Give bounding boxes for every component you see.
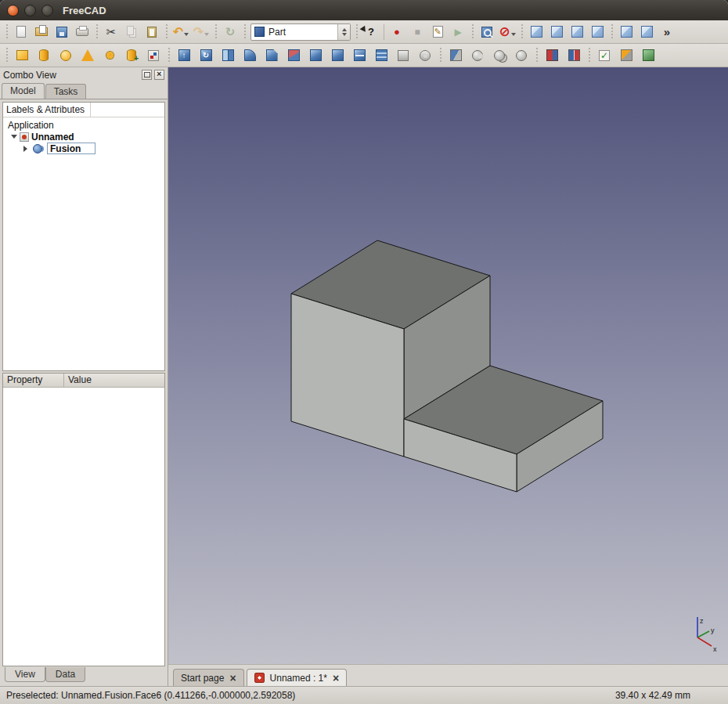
defeaturing-button[interactable] xyxy=(615,45,637,66)
refine-shape-button[interactable] xyxy=(637,45,659,66)
toolbar-grip[interactable] xyxy=(354,24,359,40)
tab-tasks[interactable]: Tasks xyxy=(45,84,87,99)
chamfer-button[interactable] xyxy=(261,45,283,66)
property-table-header: Property Value xyxy=(3,374,164,388)
dropdown-caret-icon[interactable] xyxy=(511,33,516,38)
tree-item-application[interactable]: Application xyxy=(3,119,164,131)
copy-button[interactable] xyxy=(121,23,142,42)
create-primitives-button[interactable] xyxy=(121,45,142,66)
workbench-selector[interactable]: Part xyxy=(250,23,351,41)
toolbar-grip[interactable] xyxy=(4,24,9,40)
tree-item-fusion[interactable]: Fusion xyxy=(3,143,164,154)
close-window-button[interactable] xyxy=(7,5,19,16)
panel-close-icon[interactable] xyxy=(154,70,164,80)
expand-arrow-icon[interactable] xyxy=(11,135,17,142)
toolbar-grip[interactable] xyxy=(164,24,169,40)
check-geometry-button[interactable]: ✓ xyxy=(593,45,615,66)
box-button[interactable] xyxy=(11,45,33,66)
workbench-spinner[interactable] xyxy=(337,24,350,40)
sphere-button[interactable] xyxy=(55,45,77,66)
toolbar-grip[interactable] xyxy=(438,48,443,63)
loft-button[interactable] xyxy=(305,45,326,66)
section-button[interactable] xyxy=(348,45,370,66)
mirror-icon xyxy=(222,49,234,61)
torus-button[interactable] xyxy=(99,45,121,66)
offset-button[interactable] xyxy=(392,45,414,66)
toolbar-grip[interactable] xyxy=(242,24,247,40)
sweep-button[interactable] xyxy=(326,45,348,66)
dropdown-caret-icon[interactable] xyxy=(184,33,189,38)
mirror-button[interactable] xyxy=(217,45,239,66)
toolbar-grip[interactable] xyxy=(534,48,539,63)
new-document-button[interactable] xyxy=(11,23,31,42)
macro-record-button[interactable]: ● xyxy=(387,23,407,42)
view-bottom-button[interactable] xyxy=(636,23,657,42)
tab-model[interactable]: Model xyxy=(2,83,45,99)
paste-button[interactable] xyxy=(142,23,162,42)
extrude-button[interactable] xyxy=(173,45,195,66)
tab-view[interactable]: View xyxy=(5,667,45,682)
toolbar-grip[interactable] xyxy=(94,24,99,40)
property-view-tabs: View Data xyxy=(2,667,166,684)
toolbar-grip[interactable] xyxy=(4,48,9,63)
maximize-window-button[interactable] xyxy=(41,5,53,16)
close-tab-icon[interactable] xyxy=(229,673,236,684)
redo-button[interactable]: ↷ xyxy=(191,23,211,42)
toolbar-grip[interactable] xyxy=(213,24,218,40)
refresh-button[interactable]: ↻ xyxy=(220,23,240,42)
macro-stop-button[interactable]: ■ xyxy=(407,23,427,42)
draw-style-button[interactable]: ⊘ xyxy=(497,23,517,42)
panel-float-icon[interactable] xyxy=(142,70,152,80)
macro-edit-button[interactable]: ✎ xyxy=(427,23,448,42)
toolbar-grip[interactable] xyxy=(166,48,171,63)
split-button[interactable] xyxy=(563,45,585,66)
ruled-surface-button[interactable] xyxy=(283,45,305,66)
close-tab-icon[interactable] xyxy=(333,673,339,684)
view-isometric-button[interactable] xyxy=(526,23,546,42)
thickness-button[interactable] xyxy=(414,45,436,66)
toolbar-overflow-button[interactable]: » xyxy=(657,23,677,42)
toolbar-grip[interactable] xyxy=(519,24,524,40)
zoom-selection-button[interactable] xyxy=(477,23,497,42)
save-document-button[interactable] xyxy=(52,23,72,42)
intersection-button[interactable] xyxy=(510,45,532,66)
property-column-header[interactable]: Property xyxy=(3,374,64,387)
tab-data[interactable]: Data xyxy=(45,667,85,682)
cone-button[interactable] xyxy=(77,45,99,66)
toolbar-grip[interactable] xyxy=(470,24,475,40)
minimize-window-button[interactable] xyxy=(24,5,36,16)
tree-item-unnamed[interactable]: Unnamed xyxy=(3,131,164,143)
dropdown-caret-icon[interactable] xyxy=(204,33,209,38)
document-tab-start-page[interactable]: Start page xyxy=(173,669,244,686)
union-button[interactable] xyxy=(488,45,510,66)
open-document-button[interactable] xyxy=(31,23,52,42)
view-rear-button[interactable] xyxy=(616,23,636,42)
collapse-arrow-icon[interactable] xyxy=(23,146,31,152)
toolbar-grip[interactable] xyxy=(586,48,592,63)
value-column-header[interactable]: Value xyxy=(64,374,164,387)
cut-button[interactable]: ✂ xyxy=(101,23,121,42)
3d-viewport[interactable]: zyx xyxy=(168,67,728,664)
revolve-button[interactable] xyxy=(195,45,217,66)
cylinder-button[interactable] xyxy=(33,45,55,66)
undo-button[interactable]: ↶ xyxy=(171,23,191,42)
boolean-button[interactable] xyxy=(445,45,467,66)
toolbar-grip[interactable] xyxy=(609,24,614,40)
join-connect-button[interactable] xyxy=(541,45,563,66)
combo-panel-body: Labels & Attributes Application Unnamed xyxy=(0,99,168,686)
view-right-button[interactable] xyxy=(587,23,607,42)
whats-this-button[interactable]: ? xyxy=(361,23,381,42)
view-top-button[interactable] xyxy=(567,23,587,42)
cut-boolean-button[interactable] xyxy=(467,45,488,66)
fusion-rename-field[interactable]: Fusion xyxy=(47,143,96,154)
fillet-button[interactable] xyxy=(239,45,261,66)
macro-play-button[interactable]: ▶ xyxy=(448,23,468,42)
document-tab-unnamed-1[interactable]: Unnamed : 1* xyxy=(247,669,348,686)
titlebar[interactable]: FreeCAD xyxy=(0,0,728,20)
print-button[interactable] xyxy=(72,23,92,42)
cross-sections-button[interactable] xyxy=(370,45,392,66)
spin-down-icon[interactable] xyxy=(342,33,347,38)
view-front-button[interactable] xyxy=(546,23,567,42)
shape-builder-button[interactable] xyxy=(142,45,164,66)
spin-up-icon[interactable] xyxy=(342,26,347,31)
